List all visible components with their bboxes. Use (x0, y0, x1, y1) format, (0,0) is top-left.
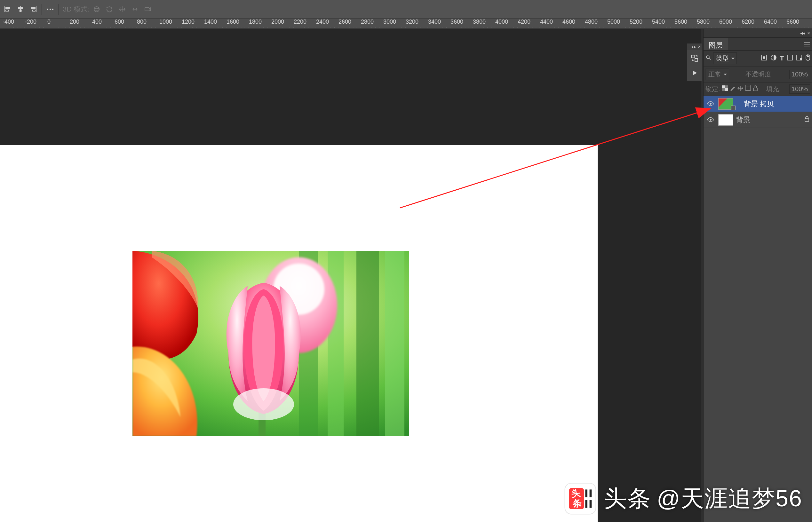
svg-rect-34 (805, 119, 809, 122)
more-options-icon[interactable] (44, 3, 56, 15)
blend-mode-select[interactable]: 正常 (706, 68, 729, 80)
ruler-minor-ticks: . . . . (371, 24, 384, 29)
3d-camera-icon (142, 3, 154, 15)
visibility-eye-icon[interactable] (706, 100, 715, 108)
svg-point-19 (763, 56, 765, 59)
3d-slide-icon (129, 3, 141, 15)
svg-point-4 (94, 8, 99, 10)
fill-value[interactable]: 100% (789, 84, 810, 94)
layer-name[interactable]: 背景 拷贝 (744, 99, 774, 109)
filter-type-select[interactable]: 类型 (713, 53, 737, 64)
svg-rect-29 (722, 88, 725, 91)
history-swap-icon[interactable] (689, 53, 700, 64)
ruler-minor-ticks: . . . . (304, 24, 317, 29)
lock-move-icon[interactable] (737, 85, 743, 93)
ruler-minor-ticks: . . . . (214, 24, 227, 29)
layers-panel: ◂◂ × 图层 类型 T 正常 不透明度: 100% 锁定: (703, 29, 812, 522)
close-icon[interactable]: × (807, 31, 810, 36)
ruler-label: 800 (137, 19, 146, 25)
filter-adjust-icon[interactable] (770, 54, 777, 62)
filter-text-icon[interactable]: T (780, 55, 784, 62)
ruler-minor-ticks: . . . . (259, 24, 272, 29)
svg-rect-7 (695, 59, 698, 61)
lock-fill-row: 锁定: 填充: 100% (704, 82, 812, 96)
visibility-eye-icon[interactable] (706, 116, 715, 124)
ruler-minor-ticks: . . . . (483, 24, 496, 29)
ruler-minor-ticks: . . . . (707, 24, 720, 29)
ruler-minor-ticks: . . . . (730, 24, 742, 29)
opacity-label: 不透明度: (746, 70, 773, 79)
panel-menu-icon[interactable] (802, 38, 812, 50)
filter-shape-icon[interactable] (787, 55, 793, 62)
expand-icon[interactable]: ▸▸ (692, 44, 696, 49)
ruler-minor-ticks: . . . . (13, 24, 26, 29)
smart-object-badge-icon (731, 105, 735, 110)
svg-rect-21 (787, 55, 792, 60)
svg-rect-26 (722, 85, 725, 88)
ruler-minor-ticks: . . . . (550, 24, 563, 29)
separator (59, 4, 59, 15)
ruler-label: 600 (115, 19, 124, 25)
svg-point-1 (49, 8, 51, 9)
filter-pixel-icon[interactable] (761, 54, 767, 62)
ruler-minor-ticks: . . . . (125, 24, 138, 29)
play-icon[interactable] (689, 67, 700, 79)
search-icon[interactable] (706, 55, 711, 62)
lock-icon[interactable] (804, 116, 809, 123)
ruler-label: 0 (47, 19, 51, 25)
svg-point-25 (807, 55, 809, 57)
collapsed-history-panel: ▸▸ × (687, 43, 702, 81)
layer-filter-row: 类型 T (704, 51, 812, 66)
close-icon[interactable]: × (698, 44, 701, 49)
lock-artboard-icon[interactable] (745, 85, 751, 93)
watermark-brand: 头条 (604, 483, 651, 514)
placed-image[interactable] (133, 251, 409, 436)
lock-all-icon[interactable] (753, 85, 758, 93)
separator (42, 4, 42, 15)
watermark-handle: @天涯追梦56 (657, 483, 803, 514)
ruler-minor-ticks: . . . . (685, 24, 698, 29)
svg-rect-28 (725, 85, 728, 88)
ruler-minor-ticks: . . . . (192, 24, 205, 29)
ruler-minor-ticks: . . . . (528, 24, 541, 29)
opacity-value[interactable]: 100% (789, 70, 810, 79)
ruler-minor-ticks: . . . . (394, 24, 407, 29)
canvas-area[interactable]: ▸▸ × (0, 29, 703, 522)
collapse-icon[interactable]: ◂◂ (800, 30, 805, 36)
layer-name[interactable]: 背景 (736, 115, 750, 125)
lock-trans-icon[interactable] (722, 85, 728, 93)
ruler-label: 200 (70, 19, 79, 25)
lock-paint-icon[interactable] (730, 85, 735, 93)
horizontal-ruler[interactable]: -400. . . .-200. . . .0. . . .200. . . .… (0, 19, 812, 29)
watermark: 头 条 头条 @天涯追梦56 (563, 481, 803, 516)
3d-pan-icon (116, 3, 128, 15)
ruler-minor-ticks: . . . . (237, 24, 250, 29)
ruler-minor-ticks: . . . . (170, 24, 183, 29)
align-left-icon[interactable] (2, 3, 14, 15)
filter-smart-icon[interactable] (796, 54, 803, 62)
align-right-icon[interactable] (27, 3, 39, 15)
document-canvas[interactable] (0, 145, 598, 522)
ruler-minor-ticks: . . . . (147, 24, 160, 29)
svg-rect-27 (725, 88, 728, 91)
tab-layers[interactable]: 图层 (704, 38, 728, 50)
svg-rect-5 (145, 8, 149, 11)
layer-row[interactable]: 背景 拷贝 (704, 96, 812, 112)
filter-toggle-icon[interactable] (806, 54, 810, 62)
ruler-minor-ticks: . . . . (35, 24, 48, 29)
svg-rect-41 (585, 489, 588, 497)
ruler-minor-ticks: . . . . (80, 24, 93, 29)
layer-thumbnail[interactable] (718, 114, 733, 126)
align-center-icon[interactable] (15, 3, 26, 15)
ruler-minor-ticks: . . . . (326, 24, 339, 29)
fill-label: 填充: (766, 85, 781, 94)
svg-point-16 (233, 388, 294, 420)
svg-rect-6 (691, 55, 694, 58)
svg-point-0 (47, 8, 48, 9)
ruler-minor-ticks: . . . . (752, 24, 765, 29)
layer-row[interactable]: 背景 (704, 112, 812, 128)
ruler-minor-ticks: . . . . (102, 24, 116, 29)
mini-panel-header[interactable]: ▸▸ × (687, 43, 702, 50)
toutiao-logo-icon: 头 条 (563, 481, 598, 516)
options-bar: 3D 模式: (0, 0, 812, 19)
